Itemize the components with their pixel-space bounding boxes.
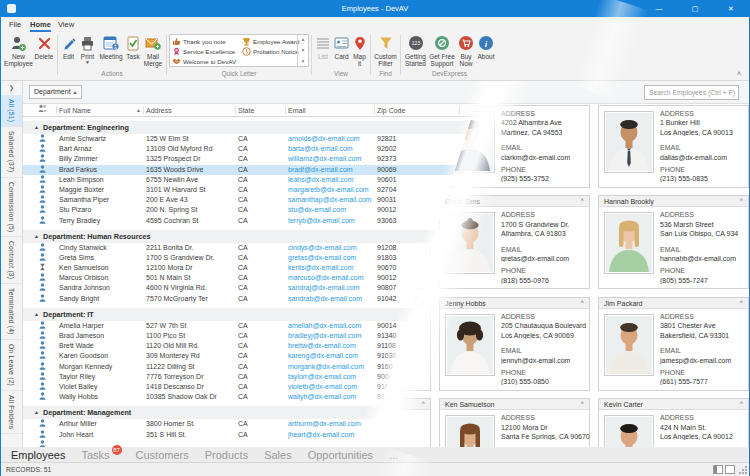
- sidebar-item-terminated[interactable]: Terminated (4): [1, 284, 22, 340]
- employee-card-jim-packard[interactable]: Jim Packard˄ADDRESS3801 Chester AveBaker…: [598, 297, 749, 391]
- maximize-button[interactable]: ▢: [677, 0, 713, 17]
- sidebar-item-contract[interactable]: Contract (3): [1, 237, 22, 284]
- email-link[interactable]: margaretb@dx-email.com: [288, 185, 369, 195]
- custom-filter-button[interactable]: Custom Filter: [373, 32, 398, 67]
- employee-card-jenny-hobbs[interactable]: Jenny Hobbs˄ADDRESS205 Chautauqua Boulev…: [439, 297, 590, 391]
- column-header-address[interactable]: Address: [146, 104, 172, 117]
- module-tab-[interactable]: ...: [389, 449, 398, 461]
- email-link[interactable]: arnolds@dx-email.com: [288, 134, 360, 144]
- grid-view-toggle-icon[interactable]: [725, 465, 735, 474]
- close-button[interactable]: ✕: [713, 0, 749, 17]
- tab-file[interactable]: File: [9, 17, 21, 32]
- group-collapse-icon[interactable]: ▲: [34, 406, 39, 419]
- sidebar-item-on-leave[interactable]: On Leave (2): [1, 340, 22, 391]
- email-link[interactable]: gretas@dx-email.com: [288, 253, 356, 263]
- print-button[interactable]: Print ▼: [77, 32, 98, 64]
- email-link[interactable]: morgank@dx-email.com: [288, 362, 364, 372]
- email-link[interactable]: bradf@dx-email.com: [288, 165, 353, 175]
- email-link[interactable]: sandraj@dx-email.com: [288, 283, 360, 293]
- person-column-icon[interactable]: [38, 104, 47, 117]
- email-link[interactable]: taylorr@dx-email.com: [288, 372, 356, 382]
- group-collapse-icon[interactable]: ▲: [34, 230, 39, 243]
- mail-merge-button[interactable]: Mail Merge: [142, 32, 164, 67]
- email-link[interactable]: violetb@dx-email.com: [288, 382, 357, 392]
- buy-now-button[interactable]: Buy Now: [456, 32, 476, 67]
- sidebar-item-all-folders[interactable]: All Folders: [1, 391, 22, 434]
- minimize-button[interactable]: —: [641, 0, 677, 17]
- sidebar-expand-icon[interactable]: ❯: [1, 81, 22, 95]
- employee-card-kevin-carter[interactable]: Kevin Carter˄ADDRESS424 N Main St.Los An…: [598, 398, 749, 447]
- module-tab-products[interactable]: Products: [205, 449, 248, 461]
- meeting-button[interactable]: Meeting: [98, 32, 124, 60]
- module-tab-employees[interactable]: Employees: [11, 449, 65, 461]
- search-input[interactable]: Search Employees (Ctrl + F): [644, 85, 739, 100]
- map-it-button[interactable]: Map it: [351, 32, 368, 67]
- about-button[interactable]: i About: [476, 32, 496, 60]
- column-header-state[interactable]: State: [238, 104, 254, 117]
- delete-button[interactable]: Delete: [33, 32, 55, 60]
- email-link[interactable]: ameliah@dx-email.com: [288, 321, 361, 331]
- email-link[interactable]: williamz@dx-email.com: [288, 154, 361, 164]
- gallery-scroll[interactable]: ▲▼▼: [297, 35, 308, 66]
- task-button[interactable]: Task: [124, 32, 142, 60]
- email-link[interactable]: jheart@dx-email.com: [288, 430, 354, 440]
- module-tab-tasks[interactable]: Tasks87: [81, 449, 109, 461]
- quick-letter-item[interactable]: Service Excellence: [172, 46, 242, 56]
- email-link[interactable]: barta@dx-email.com: [288, 144, 353, 154]
- employee-card-hannah-brookly[interactable]: Hannah Brookly˄ADDRESS536 Marsh StreetSa…: [598, 195, 749, 289]
- collapse-card-icon[interactable]: ˄: [739, 197, 743, 203]
- email-link[interactable]: clarkm@dx-email.com: [501, 154, 570, 161]
- quick-letter-item[interactable]: Thank you note: [172, 36, 242, 46]
- tab-view[interactable]: View: [58, 17, 74, 32]
- email-link[interactable]: gretas@dx-email.com: [501, 255, 569, 262]
- email-link[interactable]: dallas@dx-email.com: [660, 154, 727, 161]
- sidebar-item-commission[interactable]: Commission (5): [1, 178, 22, 237]
- list-view-button[interactable]: List: [314, 32, 332, 60]
- ribbon-collapse-icon[interactable]: ˄: [737, 70, 741, 77]
- layout-view-toggle-icon[interactable]: [713, 465, 723, 474]
- email-link[interactable]: kareng@dx-email.com: [288, 351, 358, 361]
- email-link[interactable]: jamesp@dx-email.com: [660, 357, 731, 364]
- email-link[interactable]: jennyh@dx-email.com: [501, 357, 570, 364]
- email-link[interactable]: wallyh@dx-email.com: [288, 392, 356, 402]
- card-view-button[interactable]: Card: [332, 32, 351, 60]
- get-free-support-button[interactable]: Get Free Support: [428, 32, 456, 67]
- new-employee-button[interactable]: New Employee: [4, 32, 33, 67]
- quick-letter-item[interactable]: Welcome to DevAV: [172, 56, 242, 66]
- column-header-email[interactable]: Email: [288, 104, 306, 117]
- employee-card[interactable]: ADDRESS1 Bunker HillLos Angeles, CA 9001…: [598, 105, 749, 188]
- module-tab-customers[interactable]: Customers: [136, 449, 189, 461]
- group-collapse-icon[interactable]: ▲: [34, 121, 39, 134]
- collapse-card-icon[interactable]: ˄: [580, 299, 584, 305]
- tab-home[interactable]: Home: [30, 17, 51, 32]
- getting-started-button[interactable]: 123 Getting Started: [403, 32, 428, 67]
- email-link[interactable]: hannahb@dx-email.com: [660, 255, 736, 262]
- email-link[interactable]: brettw@dx-email.com: [288, 341, 356, 351]
- resize-grip[interactable]: [739, 466, 747, 474]
- email-link[interactable]: sandrab@dx-email.com: [288, 294, 362, 304]
- email-link[interactable]: terryb@dx-email.com: [288, 216, 355, 226]
- employee-card-ken-samuelson[interactable]: Ken Samuelson˄ADDRESS12100 Mora DrSanta …: [439, 398, 590, 447]
- group-by-department-chip[interactable]: Department ▲: [29, 85, 82, 99]
- collapse-card-icon[interactable]: ˄: [580, 400, 584, 406]
- group-collapse-icon[interactable]: ▲: [34, 308, 39, 321]
- email-link[interactable]: arthurm@dx-email.com: [288, 419, 361, 429]
- edit-button[interactable]: Edit: [60, 32, 77, 60]
- email-link[interactable]: leahs@dx-email.com: [288, 175, 353, 185]
- module-tab-sales[interactable]: Sales: [264, 449, 292, 461]
- email-link[interactable]: cindys@dx-email.com: [288, 243, 357, 253]
- email-link[interactable]: samanthap@dx-email.com: [288, 195, 371, 205]
- email-link[interactable]: bradleyj@dx-email.com: [288, 331, 361, 341]
- collapse-card-icon[interactable]: ˄: [739, 400, 743, 406]
- collapse-card-icon[interactable]: ˄: [739, 299, 743, 305]
- sidebar-item-all[interactable]: All (51): [1, 95, 22, 127]
- email-link[interactable]: marcuso@dx-email.com: [288, 273, 364, 283]
- column-header-zip[interactable]: Zip Code: [377, 104, 405, 117]
- collapse-card-icon[interactable]: ˄: [580, 197, 584, 203]
- sidebar-item-salaried[interactable]: Salaried (37): [1, 127, 22, 178]
- email-link[interactable]: kents@dx-email.com: [288, 263, 353, 273]
- email-link[interactable]: stu@dx-email.com: [288, 205, 346, 215]
- filter-icon: [379, 34, 393, 52]
- column-header-full-name[interactable]: Full Name: [59, 104, 91, 117]
- module-tab-opportunities[interactable]: Opportunities: [308, 449, 373, 461]
